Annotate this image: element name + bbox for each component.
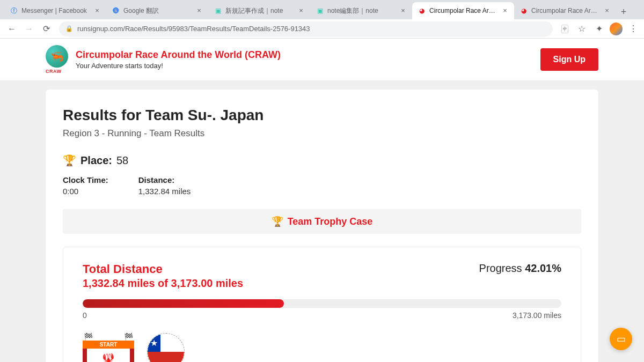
bookmark-star-icon[interactable]: ☆: [575, 23, 588, 35]
brand[interactable]: CRAW Circumpolar Race Around the World (…: [46, 45, 281, 74]
site-tagline: Your Adventure starts today!: [76, 62, 281, 70]
extensions-puzzle-icon[interactable]: ✦: [592, 23, 605, 35]
progress-percentage: Progress 42.01%: [479, 262, 561, 275]
scale-start: 0: [83, 311, 87, 320]
trophy-icon: 🏆: [63, 154, 76, 167]
runsignup-icon: ◕: [418, 6, 426, 15]
clock-time-label: Clock Time:: [63, 175, 108, 184]
place-value: 58: [116, 154, 128, 167]
trophy-case-label: Team Trophy Case: [288, 216, 373, 227]
tab-messenger[interactable]: ⓕ Messenger | Facebook ×: [4, 2, 106, 19]
forward-button[interactable]: →: [21, 21, 36, 36]
runsignup-icon: ◕: [519, 6, 528, 15]
site-header: CRAW Circumpolar Race Around the World (…: [0, 39, 644, 81]
close-icon[interactable]: ×: [399, 7, 407, 14]
progress-pct-value: 42.01%: [525, 262, 561, 274]
checkered-flag-icon: 🏁: [124, 333, 133, 341]
tab-runsignup-2[interactable]: ◕ Circumpolar Race Around ×: [514, 2, 616, 19]
total-distance-value: 1,332.84 miles of 3,173.00 miles: [83, 277, 243, 290]
stats-row: Clock Time: 0:00 Distance: 1,332.84 mile…: [63, 175, 581, 196]
tab-title: note編集部｜note: [327, 6, 396, 16]
region3-badge[interactable]: 🏁🏁 START 🦞 REGION 3: [83, 333, 134, 362]
results-card: Results for Team Su-. Japan Region 3 - R…: [46, 90, 598, 362]
translate-toolbar-icon[interactable]: 🀄︎: [558, 23, 571, 35]
close-icon[interactable]: ×: [603, 7, 611, 14]
tab-title: Circumpolar Race Around: [531, 7, 600, 14]
chile-badge[interactable]: ★ CHILE: [142, 333, 190, 362]
brand-logo-caption: CRAW: [46, 69, 68, 74]
sign-up-button[interactable]: Sign Up: [540, 48, 598, 71]
site-title: Circumpolar Race Around the World (CRAW): [76, 49, 281, 61]
scale-end: 3,173.00 miles: [513, 311, 561, 320]
new-tab-button[interactable]: +: [616, 4, 631, 19]
chile-flag-icon: ★: [147, 333, 185, 362]
chat-icon: ▭: [617, 333, 626, 345]
tab-google-translate[interactable]: 🅖 Google 翻訳 ×: [106, 2, 208, 19]
team-trophy-case-button[interactable]: 🏆 Team Trophy Case: [63, 209, 581, 234]
help-fab-button[interactable]: ▭: [610, 328, 632, 350]
translate-icon: 🅖: [112, 6, 120, 15]
url-text: runsignup.com/Race/Results/95983/TeamRes…: [77, 25, 310, 33]
total-distance-label: Total Distance: [83, 262, 243, 276]
tab-note-new[interactable]: ▣ 新規記事作成｜note ×: [208, 2, 310, 19]
tab-title: 新規記事作成｜note: [225, 6, 294, 16]
place-row: 🏆 Place: 58: [63, 154, 581, 167]
progress-label: Progress: [479, 262, 522, 274]
progress-bar-fill: [83, 299, 284, 308]
start-banner: START: [83, 341, 134, 349]
lock-icon: 🔒: [65, 25, 73, 32]
close-icon[interactable]: ×: [195, 7, 203, 14]
distance-label: Distance:: [138, 175, 191, 184]
close-icon[interactable]: ×: [501, 7, 509, 14]
results-heading: Results for Team Su-. Japan: [63, 107, 581, 124]
tab-runsignup-active[interactable]: ◕ Circumpolar Race Around ×: [412, 2, 514, 19]
reload-button[interactable]: ⟳: [39, 21, 54, 36]
profile-avatar[interactable]: [610, 23, 623, 35]
browser-tab-strip: ⓕ Messenger | Facebook × 🅖 Google 翻訳 × ▣…: [0, 0, 644, 19]
lobster-icon: 🦞: [100, 353, 116, 362]
trophy-icon: 🏆: [272, 216, 283, 227]
menu-kebab-icon[interactable]: ⋮: [627, 23, 640, 35]
brand-logo-icon: [46, 45, 68, 68]
tab-title: Google 翻訳: [123, 6, 192, 16]
back-button[interactable]: ←: [4, 21, 19, 36]
region-badges: 🏁🏁 START 🦞 REGION 3 ★ CHILE: [83, 333, 561, 362]
clock-time-value: 0:00: [63, 187, 78, 196]
tab-title: Messenger | Facebook: [21, 7, 90, 14]
close-icon[interactable]: ×: [297, 7, 305, 14]
note-icon: ▣: [316, 6, 324, 15]
close-icon[interactable]: ×: [93, 7, 101, 14]
place-label: Place:: [80, 154, 112, 167]
address-bar[interactable]: 🔒 runsignup.com/Race/Results/95983/TeamR…: [59, 21, 553, 36]
progress-bar: [83, 299, 561, 308]
results-subheading: Region 3 - Running - Team Results: [63, 128, 581, 139]
checkered-flag-icon: 🏁: [84, 333, 93, 341]
facebook-icon: ⓕ: [10, 6, 18, 15]
progress-scale: 0 3,173.00 miles: [83, 311, 561, 320]
tab-title: Circumpolar Race Around: [429, 7, 498, 14]
note-icon: ▣: [214, 6, 222, 15]
progress-card: Total Distance 1,332.84 miles of 3,173.0…: [63, 247, 581, 362]
browser-toolbar: ← → ⟳ 🔒 runsignup.com/Race/Results/95983…: [0, 19, 644, 39]
tab-note-editors[interactable]: ▣ note編集部｜note ×: [310, 2, 412, 19]
distance-value: 1,332.84 miles: [138, 187, 191, 196]
